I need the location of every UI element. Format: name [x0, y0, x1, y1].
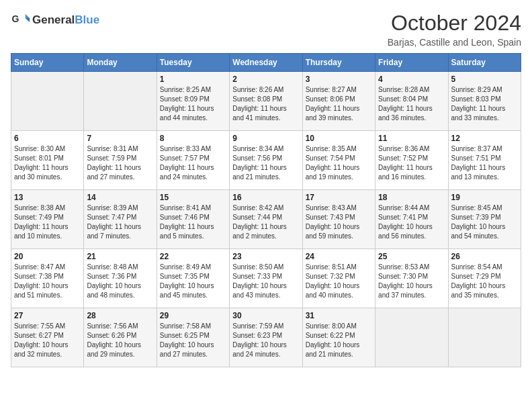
calendar-cell: 27Sunrise: 7:55 AMSunset: 6:27 PMDayligh…: [11, 308, 84, 367]
calendar-table: SundayMondayTuesdayWednesdayThursdayFrid…: [11, 53, 521, 367]
day-info: Sunrise: 8:34 AMSunset: 7:56 PMDaylight:…: [232, 144, 299, 182]
weekday-header-thursday: Thursday: [302, 54, 375, 72]
calendar-cell: 25Sunrise: 8:53 AMSunset: 7:30 PMDayligh…: [375, 249, 448, 308]
day-number: 27: [14, 311, 81, 320]
day-number: 10: [306, 134, 372, 143]
calendar-week-row: 27Sunrise: 7:55 AMSunset: 6:27 PMDayligh…: [11, 308, 521, 367]
day-info: Sunrise: 8:31 AMSunset: 7:59 PMDaylight:…: [87, 144, 153, 182]
day-info: Sunrise: 8:51 AMSunset: 7:32 PMDaylight:…: [306, 263, 372, 300]
calendar-cell: 31Sunrise: 8:00 AMSunset: 6:22 PMDayligh…: [302, 308, 375, 367]
day-info: Sunrise: 8:43 AMSunset: 7:43 PMDaylight:…: [306, 203, 372, 241]
logo: G GeneralBlue: [11, 11, 99, 30]
calendar-week-row: 1Sunrise: 8:25 AMSunset: 8:09 PMDaylight…: [11, 72, 521, 131]
day-number: 28: [87, 311, 153, 320]
day-number: 25: [378, 252, 445, 261]
calendar-cell: 12Sunrise: 8:37 AMSunset: 7:51 PMDayligh…: [448, 131, 521, 190]
calendar-cell: 10Sunrise: 8:35 AMSunset: 7:54 PMDayligh…: [302, 131, 375, 190]
day-info: Sunrise: 8:44 AMSunset: 7:41 PMDaylight:…: [378, 203, 445, 241]
day-info: Sunrise: 8:48 AMSunset: 7:36 PMDaylight:…: [87, 263, 153, 300]
day-number: 18: [378, 193, 445, 202]
day-info: Sunrise: 8:41 AMSunset: 7:46 PMDaylight:…: [160, 203, 226, 241]
calendar-cell: 19Sunrise: 8:45 AMSunset: 7:39 PMDayligh…: [448, 190, 521, 249]
calendar-cell: [375, 308, 448, 367]
calendar-cell: 9Sunrise: 8:34 AMSunset: 7:56 PMDaylight…: [230, 131, 302, 190]
svg-marker-2: [26, 18, 30, 22]
calendar-cell: 7Sunrise: 8:31 AMSunset: 7:59 PMDaylight…: [84, 131, 157, 190]
day-info: Sunrise: 8:26 AMSunset: 8:08 PMDaylight:…: [232, 85, 299, 123]
calendar-week-row: 20Sunrise: 8:47 AMSunset: 7:38 PMDayligh…: [11, 249, 521, 308]
weekday-header-tuesday: Tuesday: [157, 54, 229, 72]
calendar-cell: 17Sunrise: 8:43 AMSunset: 7:43 PMDayligh…: [302, 190, 375, 249]
svg-marker-1: [26, 14, 30, 18]
calendar-cell: 14Sunrise: 8:39 AMSunset: 7:47 PMDayligh…: [84, 190, 157, 249]
weekday-header-row: SundayMondayTuesdayWednesdayThursdayFrid…: [11, 54, 521, 72]
day-number: 22: [160, 252, 226, 261]
month-title: October 2024: [388, 11, 521, 36]
day-number: 26: [451, 252, 518, 261]
calendar-cell: 8Sunrise: 8:33 AMSunset: 7:57 PMDaylight…: [157, 131, 229, 190]
day-number: 8: [160, 134, 226, 143]
day-info: Sunrise: 7:55 AMSunset: 6:27 PMDaylight:…: [14, 322, 81, 359]
calendar-cell: [448, 308, 521, 367]
day-info: Sunrise: 8:49 AMSunset: 7:35 PMDaylight:…: [160, 263, 226, 300]
calendar-week-row: 13Sunrise: 8:38 AMSunset: 7:49 PMDayligh…: [11, 190, 521, 249]
day-info: Sunrise: 8:35 AMSunset: 7:54 PMDaylight:…: [306, 144, 372, 182]
day-number: 1: [160, 75, 226, 84]
day-number: 5: [451, 75, 518, 84]
day-number: 21: [87, 252, 153, 261]
calendar-cell: 3Sunrise: 8:27 AMSunset: 8:06 PMDaylight…: [302, 72, 375, 131]
day-number: 12: [451, 134, 518, 143]
weekday-header-wednesday: Wednesday: [230, 54, 302, 72]
calendar-cell: 4Sunrise: 8:28 AMSunset: 8:04 PMDaylight…: [375, 72, 448, 131]
day-number: 4: [378, 75, 445, 84]
day-info: Sunrise: 8:00 AMSunset: 6:22 PMDaylight:…: [306, 322, 372, 359]
day-info: Sunrise: 8:36 AMSunset: 7:52 PMDaylight:…: [378, 144, 445, 182]
day-info: Sunrise: 8:28 AMSunset: 8:04 PMDaylight:…: [378, 85, 445, 123]
weekday-header-monday: Monday: [84, 54, 157, 72]
day-info: Sunrise: 8:37 AMSunset: 7:51 PMDaylight:…: [451, 144, 518, 182]
day-number: 24: [306, 252, 372, 261]
calendar-cell: 20Sunrise: 8:47 AMSunset: 7:38 PMDayligh…: [11, 249, 84, 308]
calendar-cell: 28Sunrise: 7:56 AMSunset: 6:26 PMDayligh…: [84, 308, 157, 367]
day-number: 6: [14, 134, 81, 143]
day-info: Sunrise: 8:47 AMSunset: 7:38 PMDaylight:…: [14, 263, 81, 300]
weekday-header-friday: Friday: [375, 54, 448, 72]
calendar-cell: 13Sunrise: 8:38 AMSunset: 7:49 PMDayligh…: [11, 190, 84, 249]
calendar-cell: 30Sunrise: 7:59 AMSunset: 6:23 PMDayligh…: [230, 308, 302, 367]
day-number: 30: [232, 311, 299, 320]
day-number: 9: [232, 134, 299, 143]
calendar-cell: 6Sunrise: 8:30 AMSunset: 8:01 PMDaylight…: [11, 131, 84, 190]
calendar-cell: 18Sunrise: 8:44 AMSunset: 7:41 PMDayligh…: [375, 190, 448, 249]
calendar-cell: 24Sunrise: 8:51 AMSunset: 7:32 PMDayligh…: [302, 249, 375, 308]
calendar-cell: 5Sunrise: 8:29 AMSunset: 8:03 PMDaylight…: [448, 72, 521, 131]
calendar-cell: 2Sunrise: 8:26 AMSunset: 8:08 PMDaylight…: [230, 72, 302, 131]
day-info: Sunrise: 8:25 AMSunset: 8:09 PMDaylight:…: [160, 85, 226, 123]
svg-text:G: G: [12, 13, 19, 24]
day-number: 20: [14, 252, 81, 261]
logo-icon: G: [11, 11, 30, 30]
day-number: 7: [87, 134, 153, 143]
calendar-cell: 15Sunrise: 8:41 AMSunset: 7:46 PMDayligh…: [157, 190, 229, 249]
day-number: 19: [451, 193, 518, 202]
day-number: 16: [232, 193, 299, 202]
day-number: 11: [378, 134, 445, 143]
page-header: G GeneralBlue October 2024 Barjas, Casti…: [11, 11, 521, 48]
calendar-cell: 21Sunrise: 8:48 AMSunset: 7:36 PMDayligh…: [84, 249, 157, 308]
day-number: 23: [232, 252, 299, 261]
calendar-cell: 29Sunrise: 7:58 AMSunset: 6:25 PMDayligh…: [157, 308, 229, 367]
title-area: October 2024 Barjas, Castille and Leon, …: [388, 11, 521, 48]
location-subtitle: Barjas, Castille and Leon, Spain: [388, 37, 521, 48]
day-info: Sunrise: 8:53 AMSunset: 7:30 PMDaylight:…: [378, 263, 445, 300]
day-number: 15: [160, 193, 226, 202]
day-info: Sunrise: 8:38 AMSunset: 7:49 PMDaylight:…: [14, 203, 81, 241]
day-number: 2: [232, 75, 299, 84]
calendar-cell: 16Sunrise: 8:42 AMSunset: 7:44 PMDayligh…: [230, 190, 302, 249]
day-info: Sunrise: 8:50 AMSunset: 7:33 PMDaylight:…: [232, 263, 299, 300]
day-info: Sunrise: 8:39 AMSunset: 7:47 PMDaylight:…: [87, 203, 153, 241]
calendar-cell: [11, 72, 84, 131]
calendar-cell: 11Sunrise: 8:36 AMSunset: 7:52 PMDayligh…: [375, 131, 448, 190]
day-info: Sunrise: 7:59 AMSunset: 6:23 PMDaylight:…: [232, 322, 299, 359]
calendar-week-row: 6Sunrise: 8:30 AMSunset: 8:01 PMDaylight…: [11, 131, 521, 190]
logo-blue-text: Blue: [75, 13, 99, 26]
calendar-cell: 1Sunrise: 8:25 AMSunset: 8:09 PMDaylight…: [157, 72, 229, 131]
